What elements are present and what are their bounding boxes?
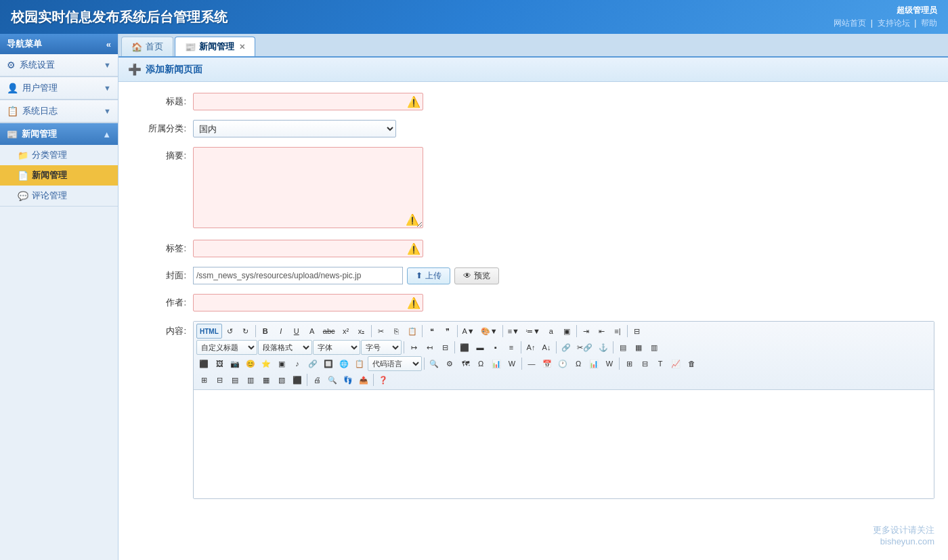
tb-omega2-btn[interactable]: Ω	[571, 356, 586, 371]
tb-outdent2-btn[interactable]: ↤	[422, 340, 437, 355]
tb-bold-btn[interactable]: B	[258, 324, 273, 339]
tb-word-btn[interactable]: W	[504, 356, 519, 371]
tb-emoji-btn[interactable]: 😊	[243, 356, 258, 371]
tb-paste-btn[interactable]: 📋	[405, 324, 420, 339]
tb-trash-btn[interactable]: 🗑	[684, 356, 699, 371]
category-select[interactable]: 国内 国际 科技 体育 娱乐	[193, 120, 396, 137]
preview-button[interactable]: 👁 预览	[454, 267, 499, 284]
home-link[interactable]: 网站首页	[834, 18, 866, 28]
tb-fontup-btn[interactable]: A↑	[523, 340, 538, 355]
help-link[interactable]: 帮助	[921, 18, 937, 28]
tb-box-btn[interactable]: ▣	[274, 356, 289, 371]
tb-star-btn[interactable]: ⭐	[259, 356, 274, 371]
tb-block-btn[interactable]: ❞	[440, 324, 455, 339]
tb-table-btn[interactable]: ▤	[616, 340, 630, 355]
tb-tbl3-btn[interactable]: ⊞	[196, 372, 211, 387]
tb-undo-btn[interactable]: ↺	[223, 324, 238, 339]
tb-preview2-btn[interactable]: 👣	[341, 372, 356, 387]
tb-tbl2-btn[interactable]: ⊞	[622, 356, 637, 371]
tb-quote-btn[interactable]: ❝	[425, 324, 439, 339]
tb-format-btn[interactable]: ≡|	[610, 324, 625, 339]
sidebar-item-log[interactable]: 📋 系统日志 ▼	[0, 100, 118, 123]
tb-html-btn[interactable]: HTML	[196, 324, 222, 339]
tb-zoom-btn[interactable]: 🔍	[325, 372, 340, 387]
tab-news-mgmt[interactable]: 📰 新闻管理 ✕	[175, 37, 255, 56]
tb-block2-btn[interactable]: ▣	[559, 324, 574, 339]
sidebar-item-news[interactable]: 📰 新闻管理 ▲	[0, 123, 118, 145]
tb-paste2-btn[interactable]: 📋	[352, 356, 367, 371]
sidebar-item-system[interactable]: ⚙ 系统设置 ▼	[0, 54, 118, 77]
tb-unlink-btn[interactable]: ✂🔗	[574, 340, 595, 355]
tb-hr-btn[interactable]: —	[524, 356, 539, 371]
tb-deltbl-btn[interactable]: ⊟	[637, 356, 652, 371]
tb-omega-btn[interactable]: Ω	[473, 356, 488, 371]
tb-alignl-btn[interactable]: ⬛	[457, 340, 472, 355]
tb-search-btn[interactable]: 🔍	[427, 356, 441, 371]
tb-link2-btn[interactable]: 🔗	[305, 356, 320, 371]
tb-img-btn[interactable]: 🖼	[212, 356, 227, 371]
tb-img2-btn[interactable]: 📷	[228, 356, 242, 371]
tb-indent2-btn[interactable]: ↦	[406, 340, 421, 355]
tab-close-news[interactable]: ✕	[239, 43, 245, 51]
tab-home[interactable]: 🏠 首页	[121, 37, 173, 56]
tb-chart-btn[interactable]: 📊	[489, 356, 504, 371]
tb-chart2-btn[interactable]: 📊	[586, 356, 601, 371]
editor-body[interactable]	[194, 390, 934, 498]
tb-ul-btn[interactable]: ≡▼	[505, 324, 522, 339]
tb-text-btn[interactable]: a	[544, 324, 559, 339]
tb-ol-btn[interactable]: ≔▼	[523, 324, 543, 339]
forum-link[interactable]: 支持论坛	[878, 18, 910, 28]
tb-bgcolor-btn[interactable]: 🎨▼	[478, 324, 500, 339]
tb-media-btn[interactable]: 🔲	[321, 356, 336, 371]
tb-help-btn[interactable]: ❓	[376, 372, 391, 387]
tb-redo-btn[interactable]: ↻	[238, 324, 253, 339]
sidebar-item-news-mgmt[interactable]: 📄 新闻管理	[0, 165, 118, 186]
tb-indent-btn[interactable]: ⇥	[579, 324, 594, 339]
tb-export-btn[interactable]: 📤	[356, 372, 371, 387]
tb-font-select[interactable]: 字体	[313, 340, 360, 355]
tb-anchor-btn[interactable]: ⚓	[596, 340, 611, 355]
tb-delrow-btn[interactable]: ▥	[647, 340, 662, 355]
tb-cut-btn[interactable]: ✂	[374, 324, 389, 339]
tb-fontdown-btn[interactable]: A↓	[539, 340, 554, 355]
tb-merge-btn[interactable]: ▤	[228, 372, 242, 387]
tb-alignc-btn[interactable]: ▬	[473, 340, 488, 355]
tb-insertrow-btn[interactable]: ▦	[631, 340, 646, 355]
tb-delcol-btn[interactable]: ▧	[274, 372, 289, 387]
sidebar-item-category[interactable]: 📁 分类管理	[0, 145, 118, 165]
tb-time-btn[interactable]: 🕐	[555, 356, 570, 371]
tb-alignl2-btn[interactable]: ⬛	[196, 356, 211, 371]
title-input[interactable]	[193, 93, 423, 110]
tb-web-btn[interactable]: 🌐	[337, 356, 351, 371]
tb-heading-select[interactable]: 自定义标题	[196, 340, 257, 355]
tb-audio-btn[interactable]: ♪	[290, 356, 305, 371]
tb-strikethrough-btn[interactable]: abc	[320, 324, 338, 339]
upload-button[interactable]: ⬆ 上传	[407, 267, 450, 284]
tb-alignj-btn[interactable]: ≡	[504, 340, 519, 355]
tags-input[interactable]	[193, 240, 423, 257]
tb-tbl4-btn[interactable]: ⊟	[212, 372, 227, 387]
tb-print-btn[interactable]: 🖨	[309, 372, 324, 387]
tb-inscol-btn[interactable]: ▦	[259, 372, 274, 387]
tb-map-btn[interactable]: 🗺	[458, 356, 473, 371]
tb-underline-btn[interactable]: U	[289, 324, 304, 339]
tb-para-select[interactable]: 段落格式	[258, 340, 312, 355]
tb-date-btn[interactable]: 📅	[540, 356, 555, 371]
tb-insrow2-btn[interactable]: ⬛	[290, 372, 305, 387]
tb-font-color-btn[interactable]: A	[305, 324, 320, 339]
tb-word2-btn[interactable]: W	[602, 356, 617, 371]
tb-split-btn[interactable]: ▥	[243, 372, 258, 387]
sidebar-item-comment[interactable]: 💬 评论管理	[0, 186, 118, 206]
tb-textbox-btn[interactable]: T	[653, 356, 668, 371]
tb-gear-btn[interactable]: ⚙	[442, 356, 457, 371]
cover-input[interactable]: /ssm_news_sys/resources/upload/news-pic.…	[193, 267, 403, 284]
tb-alignr-btn[interactable]: ▪	[488, 340, 503, 355]
tb-size-select[interactable]: 字号	[361, 340, 402, 355]
tb-italic-btn[interactable]: I	[274, 324, 288, 339]
tb-sub-btn[interactable]: x₂	[354, 324, 369, 339]
tb-sup-btn[interactable]: x²	[339, 324, 353, 339]
tb-maximize-btn[interactable]: ⊟	[630, 324, 645, 339]
sidebar-item-user[interactable]: 👤 用户管理 ▼	[0, 77, 118, 100]
author-input[interactable]	[193, 294, 423, 311]
tb-outdent-btn[interactable]: ⇤	[595, 324, 609, 339]
